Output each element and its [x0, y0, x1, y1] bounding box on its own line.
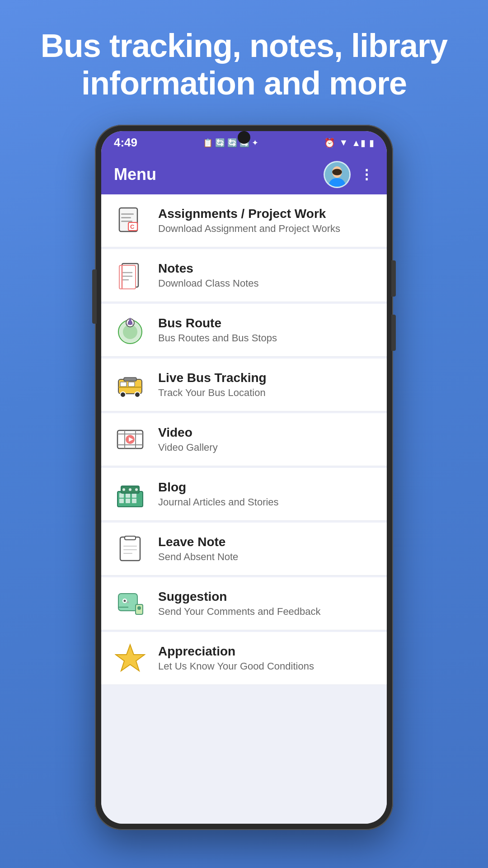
svg-point-43 — [122, 488, 125, 491]
notes-title: Notes — [158, 261, 259, 276]
status-right-icons: ⏰ ▼ ▲▮ ▮ — [324, 137, 374, 148]
svg-point-24 — [120, 392, 126, 397]
wifi-icon: ▼ — [339, 137, 348, 148]
live-bus-text: Live Bus Tracking Track Your Bus Locatio… — [158, 371, 267, 399]
menu-item-assignments[interactable]: C Assignments / Project Work Download As… — [101, 194, 387, 247]
notes-icon — [114, 259, 146, 292]
svg-rect-26 — [124, 377, 136, 381]
menu-item-video[interactable]: Video Video Gallery — [101, 413, 387, 466]
assignments-icon: C — [114, 204, 146, 237]
side-button-right-top — [391, 260, 396, 297]
assignments-text: Assignments / Project Work Download Assi… — [158, 207, 340, 235]
svg-point-3 — [332, 169, 342, 175]
suggestion-text: Suggestion Send Your Comments and Feedba… — [158, 590, 321, 618]
phone-frame: 4:49 📋 🔄 🔄 🔄 ✦ ⏰ ▼ ▲▮ ▮ Menu — [95, 125, 393, 830]
user-avatar[interactable] — [324, 161, 351, 188]
hero-text: Bus tracking, notes, library information… — [0, 0, 488, 125]
appreciation-icon — [114, 642, 146, 675]
menu-item-blog[interactable]: Blog Journal Articles and Stories — [101, 468, 387, 521]
svg-rect-36 — [119, 493, 124, 498]
menu-item-notes[interactable]: Notes Download Class Notes — [101, 249, 387, 302]
menu-item-leave-note[interactable]: Leave Note Send Absent Note — [101, 523, 387, 576]
leave-note-title: Leave Note — [158, 535, 238, 549]
toolbar-title: Menu — [114, 165, 156, 184]
status-center-icons: 📋 🔄 🔄 🔄 ✦ — [203, 138, 258, 148]
svg-point-25 — [135, 392, 140, 397]
menu-list: C Assignments / Project Work Download As… — [101, 194, 387, 824]
blog-subtitle: Journal Articles and Stories — [158, 496, 279, 508]
status-time: 4:49 — [114, 136, 137, 150]
blog-title: Blog — [158, 480, 279, 495]
alarm-icon: ⏰ — [324, 137, 335, 148]
menu-item-appreciation[interactable]: Appreciation Let Us Know Your Good Condi… — [101, 632, 387, 685]
svg-marker-59 — [116, 645, 145, 671]
phone-screen: 4:49 📋 🔄 🔄 🔄 ✦ ⏰ ▼ ▲▮ ▮ Menu — [101, 131, 387, 824]
assignments-subtitle: Download Assignment and Project Works — [158, 223, 340, 235]
video-text: Video Video Gallery — [158, 425, 218, 453]
suggestion-icon — [114, 587, 146, 620]
menu-item-live-bus[interactable]: Live Bus Tracking Track Your Bus Locatio… — [101, 359, 387, 411]
notification-icons: 📋 🔄 🔄 🔄 ✦ — [203, 138, 258, 148]
blog-text: Blog Journal Articles and Stories — [158, 480, 279, 508]
battery-icon: ▮ — [369, 137, 374, 148]
live-bus-title: Live Bus Tracking — [158, 371, 267, 385]
bus-route-title: Bus Route — [158, 316, 277, 330]
svg-rect-6 — [121, 217, 131, 218]
side-button-left — [92, 269, 97, 324]
suggestion-subtitle: Send Your Comments and Feedback — [158, 606, 321, 618]
appreciation-title: Appreciation — [158, 644, 314, 659]
svg-point-44 — [129, 488, 131, 491]
video-icon — [114, 423, 146, 456]
bus-route-icon — [114, 314, 146, 346]
video-subtitle: Video Gallery — [158, 442, 218, 453]
camera-notch — [238, 131, 250, 144]
more-options-icon[interactable]: ⋮ — [360, 166, 374, 182]
svg-rect-7 — [121, 221, 132, 222]
signal-icon: ▲▮ — [352, 137, 366, 148]
svg-point-56 — [137, 606, 141, 610]
menu-item-suggestion[interactable]: Suggestion Send Your Comments and Feedba… — [101, 577, 387, 630]
svg-rect-38 — [126, 493, 130, 498]
live-bus-subtitle: Track Your Bus Location — [158, 387, 267, 399]
svg-rect-23 — [128, 382, 135, 387]
toolbar-right: ⋮ — [324, 161, 374, 188]
notes-text: Notes Download Class Notes — [158, 261, 259, 289]
video-title: Video — [158, 425, 218, 440]
side-button-right-bottom — [391, 315, 396, 351]
notes-subtitle: Download Class Notes — [158, 278, 259, 289]
leave-note-icon — [114, 533, 146, 565]
svg-rect-41 — [132, 499, 136, 503]
appreciation-subtitle: Let Us Know Your Good Conditions — [158, 660, 314, 672]
appreciation-text: Appreciation Let Us Know Your Good Condi… — [158, 644, 314, 672]
live-bus-icon — [114, 368, 146, 401]
assignments-title: Assignments / Project Work — [158, 207, 340, 221]
svg-rect-27 — [118, 387, 142, 388]
bus-route-text: Bus Route Bus Routes and Bus Stops — [158, 316, 277, 344]
svg-text:C: C — [130, 223, 135, 230]
svg-rect-40 — [132, 493, 136, 498]
leave-note-text: Leave Note Send Absent Note — [158, 535, 238, 563]
leave-note-subtitle: Send Absent Note — [158, 551, 238, 563]
svg-point-54 — [127, 601, 129, 603]
suggestion-title: Suggestion — [158, 590, 321, 604]
svg-rect-46 — [120, 537, 140, 561]
bus-route-subtitle: Bus Routes and Bus Stops — [158, 332, 277, 344]
svg-rect-47 — [125, 536, 136, 540]
blog-icon — [114, 478, 146, 510]
svg-rect-5 — [121, 213, 134, 215]
svg-point-45 — [135, 488, 138, 491]
app-toolbar: Menu ⋮ — [101, 155, 387, 194]
svg-rect-22 — [120, 382, 127, 387]
svg-rect-37 — [119, 499, 124, 503]
menu-item-bus-route[interactable]: Bus Route Bus Routes and Bus Stops — [101, 304, 387, 357]
svg-rect-39 — [126, 499, 130, 503]
svg-point-53 — [124, 599, 126, 602]
